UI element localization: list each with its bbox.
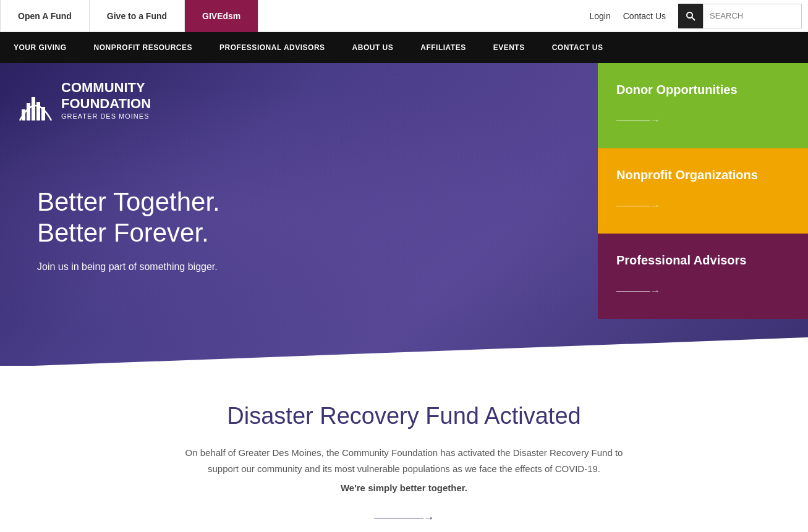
content-arrow-line [374, 518, 423, 518]
top-bar: Open A Fund Give to a Fund GIVEdsm Login… [0, 0, 808, 32]
nav-professional-advisors[interactable]: PROFESSIONAL ADVISORS [206, 32, 339, 63]
arrow-line-3 [616, 291, 650, 292]
svg-rect-3 [27, 103, 30, 120]
hero-content: Better Together. Better Forever. Join us… [37, 187, 220, 272]
logo-line3: GREATER DES MOINES [61, 112, 151, 120]
hero-heading-line1: Better Together. [37, 187, 220, 216]
nav-nonprofit-resources[interactable]: NONPROFIT RESOURCES [80, 32, 206, 63]
search-input[interactable] [703, 4, 802, 28]
nav-contact-us[interactable]: CONTACT US [538, 32, 617, 63]
professional-advisors-card[interactable]: Professional Advisors → [598, 234, 808, 319]
svg-line-1 [692, 17, 695, 20]
content-title: Disaster Recovery Fund Activated [12, 403, 796, 429]
main-nav: YOUR GIVING NONPROFIT RESOURCES PROFESSI… [0, 32, 808, 63]
professional-advisors-arrow: → [616, 285, 789, 297]
logo-line2: FOUNDATION [61, 96, 151, 112]
arrow-line-2 [616, 206, 650, 206]
nonprofit-organizations-arrow: → [616, 200, 789, 211]
arrow-head-1: → [650, 115, 660, 126]
professional-advisors-title: Professional Advisors [616, 252, 789, 268]
content-bold: We're simply better together. [12, 483, 796, 493]
logo-icon [19, 78, 53, 122]
contact-us-link[interactable]: Contact Us [623, 11, 666, 21]
hero-subtext: Join us in being part of something bigge… [37, 261, 220, 272]
svg-rect-4 [32, 97, 35, 120]
nav-about-us[interactable]: ABOUT US [339, 32, 407, 63]
arrow-line-1 [616, 120, 650, 121]
content-arrow-head: → [423, 512, 435, 525]
logo-text: COMMUNITY FOUNDATION GREATER DES MOINES [61, 80, 151, 120]
search-button[interactable] [678, 4, 703, 28]
top-bar-links: Open A Fund Give to a Fund GIVEdsm [0, 0, 589, 32]
svg-rect-5 [36, 102, 40, 120]
donor-opportunities-title: Donor Opportunities [616, 82, 789, 98]
givedsm-link[interactable]: GIVEdsm [185, 0, 258, 32]
donor-opportunities-arrow: → [616, 115, 789, 126]
content-section: Disaster Recovery Fund Activated On beha… [0, 366, 808, 532]
nav-affiliates[interactable]: AFFILIATES [407, 32, 479, 63]
side-cards: Donor Opportunities → Nonprofit Organiza… [598, 63, 808, 319]
hero-section: COMMUNITY FOUNDATION GREATER DES MOINES … [0, 63, 808, 366]
logo-line1: COMMUNITY [61, 80, 151, 96]
nav-your-giving[interactable]: YOUR GIVING [0, 32, 80, 63]
search-icon [686, 11, 695, 21]
arrow-head-3: → [650, 285, 660, 297]
donor-opportunities-card[interactable]: Donor Opportunities → [598, 63, 808, 148]
hero-heading-line2: Better Forever. [37, 218, 209, 247]
logo-area[interactable]: COMMUNITY FOUNDATION GREATER DES MOINES [19, 78, 151, 122]
search-wrapper [678, 4, 802, 28]
top-bar-right: Login Contact Us [589, 4, 802, 28]
svg-point-0 [687, 12, 692, 18]
content-arrow[interactable]: → [12, 512, 796, 525]
hero-heading: Better Together. Better Forever. [37, 187, 220, 249]
login-link[interactable]: Login [589, 11, 610, 21]
content-body: On behalf of Greater Des Moines, the Com… [182, 445, 627, 476]
give-fund-link[interactable]: Give to a Fund [90, 0, 185, 32]
open-fund-link[interactable]: Open A Fund [0, 0, 90, 32]
nonprofit-organizations-title: Nonprofit Organizations [616, 167, 789, 183]
nav-events[interactable]: EVENTS [480, 32, 538, 63]
nonprofit-organizations-card[interactable]: Nonprofit Organizations → [598, 148, 808, 234]
arrow-head-2: → [650, 200, 660, 211]
